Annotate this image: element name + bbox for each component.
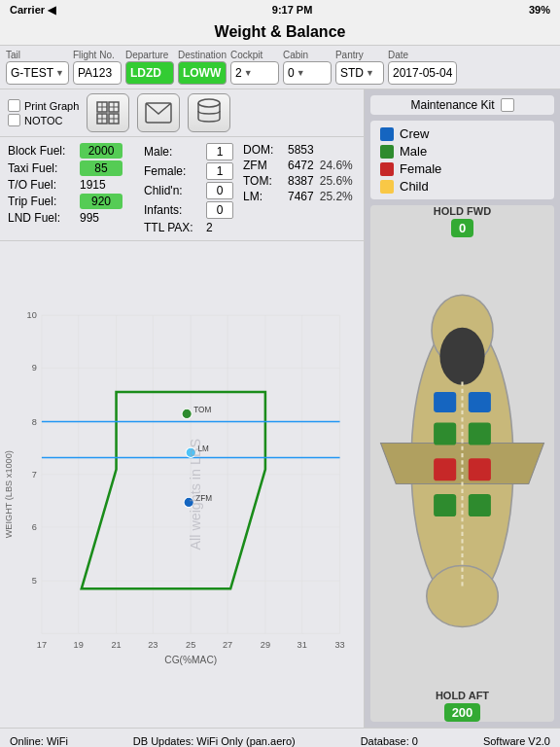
svg-text:23: 23 — [148, 640, 158, 650]
lm-pct: 25.2% — [320, 190, 353, 203]
hold-fwd-label: HOLD FWD — [434, 205, 491, 217]
infants-row: Infants: 0 — [144, 201, 233, 219]
maintenance-kit-checkbox[interactable] — [501, 98, 514, 112]
ttl-pax-value: 2 — [206, 221, 213, 234]
crew-color-dot — [380, 127, 394, 141]
trip-fuel-row: Trip Fuel: 920 — [8, 194, 134, 209]
svg-text:All weights in LBS: All weights in LBS — [188, 439, 203, 550]
female-label: Female: — [144, 164, 202, 178]
svg-rect-66 — [434, 458, 456, 480]
date-label: Date — [388, 50, 408, 60]
svg-rect-64 — [434, 423, 456, 445]
svg-text:17: 17 — [37, 640, 47, 650]
data-area: Block Fuel: 2000 Taxi Fuel: 85 T/O Fuel:… — [0, 137, 364, 241]
destination-value: LOWW — [183, 66, 221, 80]
children-value[interactable]: 0 — [206, 182, 233, 199]
header-row: Tail G-TEST ▼ Flight No. PA123 Departure… — [0, 46, 560, 89]
pantry-value: STD — [340, 66, 364, 80]
cockpit-label: Cockpit — [230, 50, 262, 60]
pantry-label: Pantry — [335, 50, 364, 60]
svg-text:21: 21 — [111, 640, 121, 650]
svg-text:CG(%MAC): CG(%MAC) — [164, 655, 217, 665]
cabin-chevron: ▼ — [297, 68, 305, 78]
block-fuel-row: Block Fuel: 2000 — [8, 143, 134, 159]
male-value[interactable]: 1 — [206, 143, 233, 160]
male-legend-label: Male — [400, 144, 427, 159]
connectivity-label: Online: WiFi — [10, 735, 68, 747]
lnd-fuel-value: 995 — [80, 211, 99, 225]
to-fuel-value: 1915 — [80, 178, 106, 192]
fuel-column: Block Fuel: 2000 Taxi Fuel: 85 T/O Fuel:… — [8, 143, 134, 234]
chart-container: WEIGHT (LBS x1000) — [0, 241, 364, 728]
legend-female: Female — [380, 161, 544, 176]
cabin-value: 0 — [288, 66, 295, 80]
destination-select[interactable]: LOWW — [178, 61, 227, 85]
infants-label: Infants: — [144, 203, 202, 217]
cockpit-select[interactable]: 2 ▼ — [230, 61, 279, 85]
female-legend-label: Female — [400, 161, 441, 176]
right-panel: Maintenance Kit Crew Male Female Child — [365, 89, 560, 728]
grid-button[interactable] — [87, 93, 129, 132]
hold-aft-value[interactable]: 200 — [444, 703, 481, 722]
tail-select[interactable]: G-TEST ▼ — [6, 61, 69, 85]
zfm-row: ZFM 6472 24.6% — [243, 159, 353, 172]
main-content: Print Graph NOTOC — [0, 89, 560, 728]
svg-rect-68 — [434, 494, 456, 516]
taxi-fuel-value[interactable]: 85 — [80, 160, 122, 176]
flight-select[interactable]: PA123 — [73, 61, 122, 85]
print-graph-label: Print Graph — [24, 100, 79, 112]
tom-row: TOM: 8387 25.6% — [243, 174, 353, 188]
notoc-checkbox[interactable] — [8, 114, 20, 126]
svg-text:TOM: TOM — [193, 406, 211, 414]
destination-field: Destination LOWW — [178, 50, 227, 85]
svg-text:5: 5 — [32, 576, 37, 586]
tom-value: 8387 — [288, 174, 314, 188]
infants-value[interactable]: 0 — [206, 201, 233, 219]
to-fuel-row: T/O Fuel: 1915 — [8, 178, 134, 192]
print-graph-checkbox[interactable] — [8, 99, 20, 112]
trip-fuel-value[interactable]: 920 — [80, 194, 122, 209]
pantry-chevron: ▼ — [366, 68, 374, 78]
weight-balance-chart: WEIGHT (LBS x1000) — [2, 245, 360, 724]
tom-pct: 25.6% — [320, 174, 353, 188]
print-graph-check[interactable]: Print Graph — [8, 99, 79, 112]
cockpit-field: Cockpit 2 ▼ — [230, 50, 279, 85]
cabin-label: Cabin — [283, 50, 308, 60]
svg-text:29: 29 — [261, 640, 270, 650]
date-field: Date 2017-05-04 — [388, 50, 457, 85]
dom-column: DOM: 5853 ZFM 6472 24.6% TOM: 8387 25.6%… — [243, 143, 353, 234]
date-select[interactable]: 2017-05-04 — [388, 61, 457, 85]
cabin-select[interactable]: 0 ▼ — [283, 61, 332, 85]
pantry-select[interactable]: STD ▼ — [335, 61, 384, 85]
lnd-fuel-row: LND Fuel: 995 — [8, 211, 134, 225]
notoc-check[interactable]: NOTOC — [8, 114, 79, 126]
departure-label: Departure — [125, 50, 168, 60]
svg-text:WEIGHT (LBS x1000): WEIGHT (LBS x1000) — [4, 450, 14, 538]
dom-value: 5853 — [288, 143, 314, 157]
departure-value: LDZD — [130, 66, 161, 80]
zfm-label: ZFM — [243, 159, 282, 172]
legend: Crew Male Female Child — [370, 121, 554, 199]
child-legend-label: Child — [400, 179, 429, 194]
tail-field: Tail G-TEST ▼ — [6, 50, 69, 85]
database-label: Database: 0 — [361, 735, 418, 747]
block-fuel-value[interactable]: 2000 — [80, 143, 122, 159]
trip-fuel-label: Trip Fuel: — [8, 195, 76, 208]
database-button[interactable] — [188, 93, 230, 132]
notoc-label: NOTOC — [24, 115, 63, 126]
female-value[interactable]: 1 — [206, 162, 233, 180]
aircraft-svg-area — [370, 241, 554, 686]
cockpit-chevron: ▼ — [244, 68, 253, 78]
battery-label: 39% — [529, 4, 550, 16]
children-label: Chlid'n: — [144, 184, 202, 197]
hold-fwd-value[interactable]: 0 — [451, 219, 473, 237]
pantry-field: Pantry STD ▼ — [335, 50, 384, 85]
tail-value: G-TEST — [11, 66, 53, 80]
mail-button[interactable] — [137, 93, 180, 132]
page-title: Weight & Balance — [215, 23, 346, 40]
departure-field: Departure LDZD — [125, 50, 174, 85]
aircraft-plan-view — [370, 241, 554, 686]
female-row: Female: 1 — [144, 162, 233, 180]
tail-label: Tail — [6, 50, 20, 60]
departure-select[interactable]: LDZD — [125, 61, 174, 85]
